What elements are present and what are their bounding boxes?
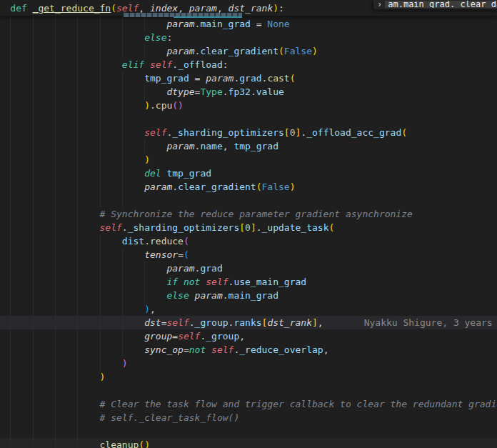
token-pl — [0, 263, 166, 274]
code-line-26[interactable]: ) — [0, 370, 497, 384]
code-line-4[interactable]: tmp_grad = param.grad.cast( — [0, 71, 497, 85]
token-var: param — [166, 263, 194, 274]
token-pl — [0, 372, 100, 382]
token-b1: ( — [278, 46, 284, 56]
token-pl — [0, 317, 144, 328]
token-fn: reduce — [150, 236, 184, 247]
token-pl: . — [172, 59, 178, 70]
token-pl: , — [223, 141, 234, 151]
code-line-2[interactable]: param.clear_gradient(False) — [0, 44, 497, 58]
token-b1: ( — [290, 73, 296, 84]
token-pl: . — [251, 86, 256, 97]
code-line-29[interactable]: # self._clear_task_flow() — [0, 411, 497, 424]
token-pl: = — [172, 331, 178, 342]
token-var: param — [166, 19, 194, 29]
code-line-30[interactable] — [0, 424, 497, 438]
token-slf: self — [116, 3, 139, 14]
find-input[interactable]: am.main_grad._clear_data( — [385, 1, 497, 8]
token-slf: self — [100, 222, 122, 233]
code-line-12[interactable]: param.clear_gradient(False) — [0, 180, 497, 194]
code-line-15[interactable]: self._sharding_optimizers[0]._update_tas… — [0, 221, 497, 234]
code-line-18[interactable]: param.grad — [0, 262, 497, 275]
token-kw: if — [166, 277, 178, 287]
token-pl: . — [144, 236, 150, 247]
code-line-21[interactable]: ), — [0, 302, 497, 316]
code-line-0[interactable]: param.main_grad = None — [0, 17, 497, 31]
code-line-11[interactable]: del tmp_grad — [0, 166, 497, 180]
code-line-10[interactable]: ) — [0, 153, 497, 166]
code-line-13[interactable] — [0, 194, 497, 207]
token-var: index — [150, 3, 178, 14]
code-line-31[interactable]: cleanup() — [0, 438, 497, 448]
code-line-16[interactable]: dist.reduce( — [0, 234, 497, 248]
token-prop: main_grad — [200, 19, 250, 29]
token-pl — [0, 290, 166, 301]
token-pl: , — [323, 344, 329, 355]
token-prop: _sharding_optimizers — [172, 127, 284, 138]
token-pl — [0, 209, 100, 219]
code-line-14[interactable]: # Synchronize the reduce parameter gradi… — [0, 207, 497, 221]
token-var: group — [144, 331, 172, 342]
token-pl: : — [166, 32, 172, 43]
token-pl: . — [223, 86, 229, 97]
token-pl: . — [223, 290, 229, 301]
code-line-8[interactable]: self._sharding_optimizers[0]._offload_ac… — [0, 126, 497, 139]
code-line-20[interactable]: else param.main_grad — [0, 289, 497, 302]
code-line-3[interactable]: elif self._offload: — [0, 58, 497, 71]
token-pl — [0, 100, 144, 111]
token-b1: ( — [111, 3, 116, 14]
token-kw: elif — [122, 59, 144, 70]
token-pl — [0, 249, 144, 260]
token-pl — [0, 73, 144, 84]
token-b1: ) — [290, 181, 296, 192]
toggle-replace-chevron-icon[interactable]: › — [377, 1, 382, 8]
code-line-1[interactable]: else: — [0, 31, 497, 44]
token-pl — [0, 358, 122, 369]
token-pl: , — [178, 3, 189, 14]
token-prop: tmp_grad — [234, 141, 278, 151]
token-prop: clear_gradient — [178, 181, 256, 192]
code-editor-screenshot: { "editor": { "background": "#1f1f1f", "… — [0, 0, 497, 448]
token-pl — [0, 412, 100, 423]
code-line-22[interactable]: dst=self._group.ranks[dst_rank],Nyakku S… — [0, 316, 497, 329]
token-pl: , — [239, 331, 245, 342]
code-line-7[interactable] — [0, 112, 497, 126]
code-line-28[interactable]: # Clear the task flow and trigger callba… — [0, 397, 497, 411]
code-line-27[interactable] — [0, 384, 497, 397]
token-const: False — [284, 46, 312, 56]
git-blame-annotation[interactable]: Nyakku Shigure, 3 years ago — [364, 317, 497, 328]
token-var: param — [195, 290, 223, 301]
token-pl — [0, 19, 166, 29]
token-pl — [0, 439, 100, 448]
code-line-6[interactable]: ).cpu() — [0, 99, 497, 112]
token-b1: ( — [328, 222, 334, 233]
token-pl — [0, 399, 100, 409]
token-prop: main_grad — [229, 290, 278, 301]
code-line-17[interactable]: tensor=( — [0, 248, 497, 262]
token-pl — [178, 277, 184, 287]
token-prop: clear_gradient — [200, 46, 278, 56]
find-query-text: am.main_grad._clear_data( — [388, 1, 497, 8]
editor-viewport[interactable]: param.main_grad = None else: param.clear… — [0, 0, 497, 448]
token-pl — [0, 304, 144, 314]
token-b1: ] — [312, 317, 318, 328]
code-line-19[interactable]: if not self.use_main_grad — [0, 275, 497, 289]
token-b1: ] — [251, 222, 256, 233]
token-fnu: _get_reduce_fn — [33, 3, 111, 14]
token-kwd: Type — [200, 86, 222, 97]
code-line-5[interactable]: dtype=Type.fp32.value — [0, 85, 497, 99]
token-kw: else — [144, 32, 166, 43]
token-pl — [0, 181, 144, 192]
occluded-match-highlight — [123, 13, 242, 17]
token-prop: _offload — [178, 59, 223, 70]
token-var: dst — [144, 317, 161, 328]
code-line-24[interactable]: sync_op=not self._reduce_overlap, — [0, 343, 497, 357]
token-var: tensor — [144, 249, 178, 260]
token-prop: value — [256, 86, 284, 97]
code-line-23[interactable]: group=self._group, — [0, 329, 497, 343]
token-pl — [0, 46, 166, 56]
code-line-25[interactable]: ) — [0, 357, 497, 370]
token-var: param — [206, 73, 234, 84]
code-line-9[interactable]: param.name, tmp_grad — [0, 139, 497, 153]
token-b1: ) — [273, 3, 278, 14]
